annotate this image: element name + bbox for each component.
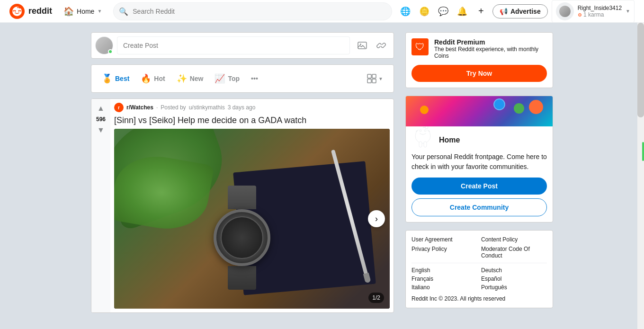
- lang-espanol[interactable]: Español: [481, 276, 547, 282]
- karma-icon: ⚙: [578, 12, 582, 18]
- post-card: ▲ 596 ▼ r r/Watches · Posted by u/stinky…: [91, 98, 394, 313]
- upvote-button[interactable]: ▲: [95, 103, 107, 114]
- search-input[interactable]: [113, 2, 392, 20]
- svg-rect-17: [424, 142, 427, 147]
- scrollbar-thumb: [637, 23, 644, 117]
- sort-top-label: Top: [228, 75, 240, 82]
- create-post-button[interactable]: Create Post: [411, 178, 547, 195]
- scrollbar[interactable]: [637, 0, 644, 329]
- view-toggle-icon: [367, 74, 376, 83]
- lang-english[interactable]: English: [411, 267, 477, 274]
- main-container: 🏅 Best 🔥 Hot ✨ New 📈 Top •••: [38, 23, 606, 322]
- subreddit-link[interactable]: r/Watches: [126, 104, 153, 111]
- downvote-button[interactable]: ▼: [95, 124, 107, 136]
- vote-count: 596: [96, 116, 106, 123]
- subreddit-icon: r: [114, 103, 124, 112]
- view-toggle-arrow: ▼: [378, 76, 383, 81]
- post-time: 3 days ago: [228, 104, 256, 111]
- watch-decoration: [199, 186, 285, 290]
- home-mascot-row: Home: [411, 132, 547, 148]
- svg-rect-16: [419, 142, 422, 147]
- image-upload-icon[interactable]: [354, 37, 371, 54]
- premium-description: The best Reddit experience, with monthly…: [434, 46, 547, 59]
- hot-icon: 🔥: [141, 73, 151, 84]
- sort-best[interactable]: 🏅 Best: [97, 70, 134, 88]
- footer-link-moderator-code[interactable]: Moderator Code Of Conduct: [481, 246, 547, 259]
- lang-francais[interactable]: Français: [411, 276, 477, 282]
- svg-point-2: [15, 10, 16, 11]
- svg-point-4: [19, 7, 21, 9]
- sort-bar: 🏅 Best 🔥 Hot ✨ New 📈 Top •••: [91, 64, 394, 93]
- left-column: 🏅 Best 🔥 Hot ✨ New 📈 Top •••: [91, 32, 394, 313]
- notifications-icon-btn[interactable]: 🔔: [455, 4, 470, 19]
- user-profile-menu[interactable]: Right_Inside3412 ⚙ 1 karma ▼: [552, 0, 635, 23]
- sort-hot[interactable]: 🔥 Hot: [136, 70, 170, 88]
- sort-best-label: Best: [115, 75, 129, 82]
- advertise-icon: 📢: [500, 8, 508, 15]
- create-post-box: [91, 32, 394, 59]
- lang-portugues[interactable]: Português: [481, 284, 547, 291]
- home-nav[interactable]: 🏠 Home ▼: [58, 3, 107, 19]
- home-widget: Home Your personal Reddit frontpage. Com…: [405, 96, 553, 222]
- add-icon-btn[interactable]: +: [474, 4, 489, 19]
- try-now-button[interactable]: Try Now: [411, 65, 547, 82]
- sort-new[interactable]: ✨ New: [172, 70, 208, 88]
- sort-more-label: •••: [251, 75, 258, 82]
- post-content: r r/Watches · Posted by u/stinkymathis 3…: [110, 99, 394, 312]
- header: reddit 🏠 Home ▼ 🔍 🌐 🪙 💬 🔔 + 📢 Advertise …: [0, 0, 644, 23]
- new-icon: ✨: [177, 73, 187, 84]
- search-bar: 🔍: [113, 2, 392, 20]
- svg-rect-9: [367, 79, 371, 83]
- home-widget-body: Home Your personal Reddit frontpage. Com…: [406, 126, 553, 222]
- footer-link-content-policy[interactable]: Content Policy: [481, 236, 547, 243]
- advertise-button[interactable]: 📢 Advertise: [492, 4, 548, 18]
- user-info: Right_Inside3412 ⚙ 1 karma: [578, 5, 622, 18]
- popular-icon-btn[interactable]: 🌐: [398, 4, 413, 19]
- home-label: Home: [77, 8, 94, 15]
- chat-icon-btn[interactable]: 💬: [436, 4, 451, 19]
- right-column: 🛡 Reddit Premium The best Reddit experie…: [405, 32, 553, 313]
- premium-text: Reddit Premium The best Reddit experienc…: [434, 38, 547, 59]
- lang-deutsch[interactable]: Deutsch: [481, 267, 547, 274]
- reddit-logo-link[interactable]: reddit: [9, 4, 52, 19]
- footer-link-user-agreement[interactable]: User Agreement: [411, 236, 477, 243]
- home-dropdown-arrow: ▼: [97, 9, 102, 14]
- lang-italiano[interactable]: Italiano: [411, 284, 477, 291]
- create-community-button[interactable]: Create Community: [411, 198, 547, 216]
- copyright-text: Reddit Inc © 2023. All rights reserved: [411, 295, 547, 302]
- svg-point-14: [424, 130, 426, 132]
- footer-link-privacy-policy[interactable]: Privacy Policy: [411, 246, 477, 259]
- karma-display: ⚙ 1 karma: [578, 11, 622, 18]
- footer-divider: [411, 263, 547, 263]
- svg-rect-8: [372, 74, 376, 78]
- reddit-wordmark: reddit: [28, 6, 52, 16]
- svg-point-13: [420, 130, 421, 132]
- post-title[interactable]: [Sinn] vs [Seiko] Help me decide on a GA…: [114, 115, 390, 126]
- image-next-button[interactable]: ›: [368, 210, 385, 227]
- link-upload-icon[interactable]: [373, 37, 390, 54]
- planet-decoration-4: [420, 106, 429, 114]
- footer-links: User Agreement Content Policy Privacy Po…: [411, 236, 547, 259]
- coins-icon-btn[interactable]: 🪙: [417, 4, 432, 19]
- sort-top[interactable]: 📈 Top: [210, 70, 244, 88]
- user-avatar-small: [95, 36, 113, 54]
- header-actions: 🌐 🪙 💬 🔔 + 📢 Advertise Right_Inside3412 ⚙…: [398, 0, 635, 23]
- post-meta: r r/Watches · Posted by u/stinkymathis 3…: [114, 103, 390, 112]
- sort-more[interactable]: •••: [246, 71, 263, 86]
- create-post-icons: [354, 37, 390, 54]
- svg-rect-10: [372, 79, 376, 83]
- post-image-wrap: 1/2 ›: [114, 129, 390, 309]
- create-post-input[interactable]: [117, 36, 350, 54]
- svg-point-3: [18, 10, 20, 11]
- footer-card: User Agreement Content Policy Privacy Po…: [405, 230, 553, 308]
- meta-separator: ·: [156, 104, 158, 111]
- view-toggle[interactable]: ▼: [362, 71, 388, 86]
- post-author-link[interactable]: u/stinkymathis: [189, 104, 225, 111]
- posted-by-label: Posted by: [161, 104, 186, 111]
- post-image[interactable]: 1/2 ›: [114, 129, 390, 309]
- watch-band-bottom: [228, 266, 256, 290]
- planet-decoration-1: [529, 100, 543, 114]
- premium-title: Reddit Premium: [434, 38, 547, 46]
- watch-face: [221, 216, 263, 259]
- planet-decoration-3: [493, 98, 505, 110]
